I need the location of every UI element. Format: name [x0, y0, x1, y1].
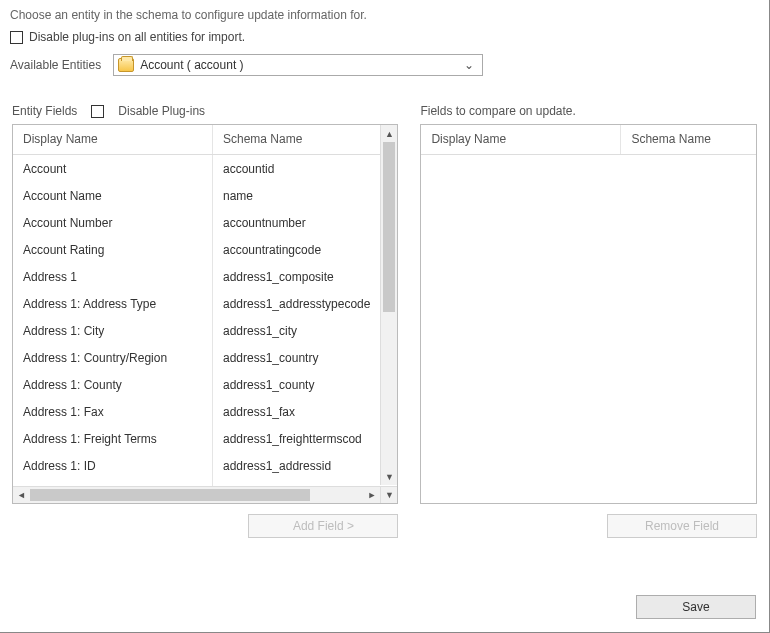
cell-schema-name: address1_freighttermscod	[213, 425, 380, 452]
cell-schema-name: address1_country	[213, 344, 380, 371]
cell-display-name: Address 1: Address Type	[13, 290, 213, 317]
scroll-thumb-h[interactable]	[30, 489, 310, 501]
cell-schema-name: address1_composite	[213, 263, 380, 290]
entity-fields-list[interactable]: Display Name Schema Name Accountaccounti…	[12, 124, 398, 504]
col-display-name[interactable]: Display Name	[13, 125, 213, 154]
cell-display-name: Address 1: City	[13, 317, 213, 344]
table-row[interactable]: Accountaccountid	[13, 155, 380, 182]
scroll-down-icon[interactable]: ▼	[381, 468, 397, 485]
cell-display-name: Account Rating	[13, 236, 213, 263]
table-row[interactable]: Address 1: IDaddress1_addressid	[13, 452, 380, 479]
available-entities-label: Available Entities	[10, 58, 101, 72]
scroll-thumb[interactable]	[383, 142, 395, 312]
folder-icon	[118, 58, 134, 72]
disable-all-plugins-checkbox[interactable]	[10, 31, 23, 44]
scroll-right-icon[interactable]: ►	[363, 487, 380, 503]
entity-select-value: Account ( account )	[140, 58, 454, 72]
cell-display-name: Account Number	[13, 209, 213, 236]
horizontal-scrollbar[interactable]: ◄ ►	[13, 486, 380, 503]
cell-schema-name: accountratingcode	[213, 236, 380, 263]
cell-display-name: Address 1: Fax	[13, 398, 213, 425]
table-row[interactable]: Address 1: Latitudeaddress1_latitude	[13, 479, 380, 486]
cell-schema-name: address1_addresstypecode	[213, 290, 380, 317]
table-row[interactable]: Account Namename	[13, 182, 380, 209]
cell-display-name: Address 1: Freight Terms	[13, 425, 213, 452]
cell-schema-name: address1_city	[213, 317, 380, 344]
remove-field-button[interactable]: Remove Field	[607, 514, 757, 538]
disable-plugins-checkbox[interactable]	[91, 105, 104, 118]
scroll-up-icon[interactable]: ▲	[381, 125, 397, 142]
cell-schema-name: address1_latitude	[213, 479, 380, 486]
cell-schema-name: accountid	[213, 155, 380, 182]
scroll-left-icon[interactable]: ◄	[13, 487, 30, 503]
table-row[interactable]: Address 1: Cityaddress1_city	[13, 317, 380, 344]
table-row[interactable]: Account Numberaccountnumber	[13, 209, 380, 236]
cell-schema-name: accountnumber	[213, 209, 380, 236]
entity-fields-header: Display Name Schema Name	[13, 125, 380, 155]
table-row[interactable]: Address 1address1_composite	[13, 263, 380, 290]
col-schema-name-r[interactable]: Schema Name	[621, 125, 756, 154]
chevron-down-icon: ⌄	[460, 58, 478, 72]
entity-fields-title: Entity Fields	[12, 104, 77, 118]
disable-plugins-label: Disable Plug-ins	[118, 104, 205, 118]
table-row[interactable]: Address 1: Address Typeaddress1_addresst…	[13, 290, 380, 317]
col-schema-name[interactable]: Schema Name	[213, 125, 380, 154]
add-field-button[interactable]: Add Field >	[248, 514, 398, 538]
table-row[interactable]: Account Ratingaccountratingcode	[13, 236, 380, 263]
table-row[interactable]: Address 1: Faxaddress1_fax	[13, 398, 380, 425]
table-row[interactable]: Address 1: Country/Regionaddress1_countr…	[13, 344, 380, 371]
col-display-name-r[interactable]: Display Name	[421, 125, 621, 154]
cell-display-name: Account	[13, 155, 213, 182]
cell-display-name: Address 1	[13, 263, 213, 290]
cell-schema-name: name	[213, 182, 380, 209]
cell-display-name: Account Name	[13, 182, 213, 209]
compare-fields-title: Fields to compare on update.	[420, 104, 575, 118]
compare-fields-header: Display Name Schema Name	[421, 125, 756, 155]
table-row[interactable]: Address 1: Freight Termsaddress1_freight…	[13, 425, 380, 452]
scroll-corner-down-icon[interactable]: ▼	[380, 486, 397, 503]
cell-display-name: Address 1: Latitude	[13, 479, 213, 486]
cell-display-name: Address 1: Country/Region	[13, 344, 213, 371]
save-button[interactable]: Save	[636, 595, 756, 619]
vertical-scrollbar[interactable]: ▲ ▼	[380, 125, 397, 485]
table-row[interactable]: Address 1: Countyaddress1_county	[13, 371, 380, 398]
entity-select[interactable]: Account ( account ) ⌄	[113, 54, 483, 76]
cell-schema-name: address1_county	[213, 371, 380, 398]
instruction-text: Choose an entity in the schema to config…	[10, 8, 759, 22]
cell-display-name: Address 1: County	[13, 371, 213, 398]
compare-fields-list[interactable]: Display Name Schema Name	[420, 124, 757, 504]
cell-schema-name: address1_addressid	[213, 452, 380, 479]
disable-all-plugins-label: Disable plug-ins on all entities for imp…	[29, 30, 245, 44]
cell-schema-name: address1_fax	[213, 398, 380, 425]
cell-display-name: Address 1: ID	[13, 452, 213, 479]
